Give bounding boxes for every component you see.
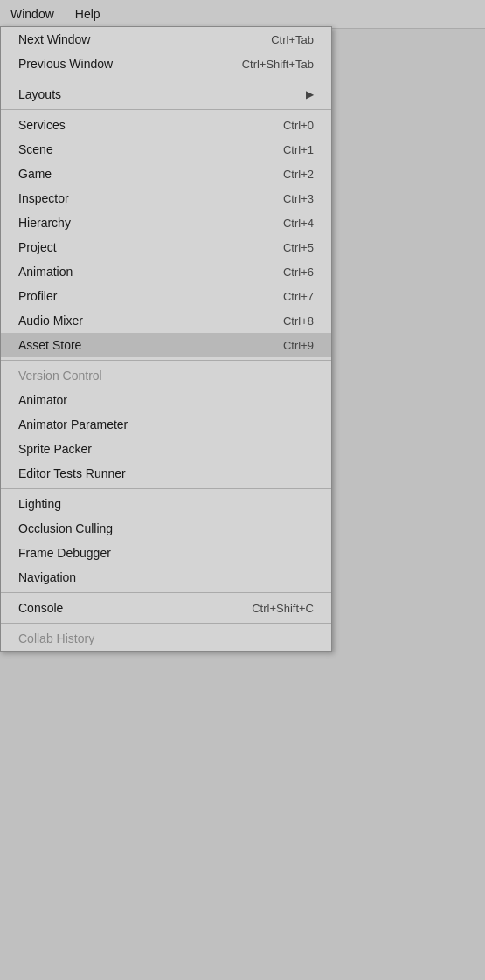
menu-item-shortcut: Ctrl+6 [283,266,314,279]
menu-item-project[interactable]: Project Ctrl+5 [1,235,331,259]
menu-item-shortcut: Ctrl+1 [283,143,314,156]
menu-divider [1,592,331,593]
menu-item-label: Console [18,601,63,615]
menu-bar: Window Help Next Window Ctrl+Tab Previou… [0,0,485,29]
menu-divider [1,79,331,79]
menu-item-lighting[interactable]: Lighting [1,492,331,516]
menu-item-scene[interactable]: Scene Ctrl+1 [1,137,331,162]
menu-item-label: Services [18,118,66,132]
menu-item-label: Frame Debugger [18,546,111,560]
menu-item-sprite-packer[interactable]: Sprite Packer [1,437,331,461]
menu-item-label: Animator Parameter [18,418,128,431]
menu-item-next-window[interactable]: Next Window Ctrl+Tab [1,27,331,52]
menu-item-layouts[interactable]: Layouts ▶ [1,82,331,107]
menu-item-profiler[interactable]: Profiler Ctrl+7 [1,284,331,308]
menu-item-hierarchy[interactable]: Hierarchy Ctrl+4 [1,210,331,235]
menu-item-label: Game [18,167,52,181]
menu-item-shortcut: Ctrl+7 [283,290,314,303]
menu-item-shortcut: Ctrl+Tab [271,33,314,46]
menu-item-game[interactable]: Game Ctrl+2 [1,162,331,186]
menu-item-editor-tests-runner[interactable]: Editor Tests Runner [1,461,331,486]
menu-item-audio-mixer[interactable]: Audio Mixer Ctrl+8 [1,308,331,333]
menu-item-label: Scene [18,142,53,156]
menu-item-navigation[interactable]: Navigation [1,565,331,590]
menu-item-label: Version Control [18,369,102,383]
menu-item-animator-parameter[interactable]: Animator Parameter [1,412,331,437]
menu-item-shortcut: Ctrl+9 [283,339,314,352]
menu-item-previous-window[interactable]: Previous Window Ctrl+Shift+Tab [1,52,331,76]
menu-item-label: Inspector [18,191,69,205]
menu-item-shortcut: Ctrl+4 [283,217,314,230]
menu-item-shortcut: Ctrl+Shift+Tab [242,58,314,71]
menu-item-occlusion-culling[interactable]: Occlusion Culling [1,516,331,541]
menu-item-label: Audio Mixer [18,314,83,328]
menu-item-label: Next Window [18,32,90,46]
menu-item-animator[interactable]: Animator [1,388,331,412]
menu-item-collab-history: Collab History [1,626,331,651]
menu-item-shortcut: Ctrl+5 [283,241,314,254]
menu-item-label: Asset Store [18,338,81,352]
menu-item-label: Editor Tests Runner [18,466,126,480]
menu-item-shortcut: Ctrl+Shift+C [252,602,314,615]
help-menu[interactable]: Help [65,3,111,24]
menu-item-shortcut: Ctrl+3 [283,192,314,205]
menu-item-services[interactable]: Services Ctrl+0 [1,113,331,137]
menu-item-label: Layouts [18,87,61,101]
window-dropdown: Next Window Ctrl+Tab Previous Window Ctr… [0,26,332,652]
menu-item-label: Collab History [18,631,94,645]
menu-item-shortcut: Ctrl+8 [283,314,314,328]
menu-item-label: Profiler [18,289,57,303]
menu-item-label: Previous Window [18,57,113,71]
submenu-arrow-icon: ▶ [306,88,314,100]
menu-item-label: Project [18,240,57,254]
menu-item-label: Lighting [18,497,61,511]
menu-item-label: Occlusion Culling [18,521,113,535]
menu-item-label: Navigation [18,570,76,584]
window-menu[interactable]: Window [0,3,65,24]
menu-item-label: Sprite Packer [18,442,92,456]
menu-item-label: Animation [18,265,73,279]
menu-item-shortcut: Ctrl+2 [283,168,314,181]
menu-divider [1,488,331,489]
menu-item-inspector[interactable]: Inspector Ctrl+3 [1,186,331,210]
menu-item-animation[interactable]: Animation Ctrl+6 [1,259,331,284]
menu-item-frame-debugger[interactable]: Frame Debugger [1,541,331,565]
menu-item-console[interactable]: Console Ctrl+Shift+C [1,596,331,620]
menu-divider [1,623,331,624]
menu-divider [1,360,331,361]
menu-item-shortcut: Ctrl+0 [283,119,314,132]
menu-divider [1,109,331,110]
menu-item-version-control: Version Control [1,363,331,388]
menu-item-asset-store[interactable]: Asset Store Ctrl+9 [1,333,331,357]
menu-item-label: Hierarchy [18,216,71,230]
menu-item-label: Animator [18,393,67,407]
